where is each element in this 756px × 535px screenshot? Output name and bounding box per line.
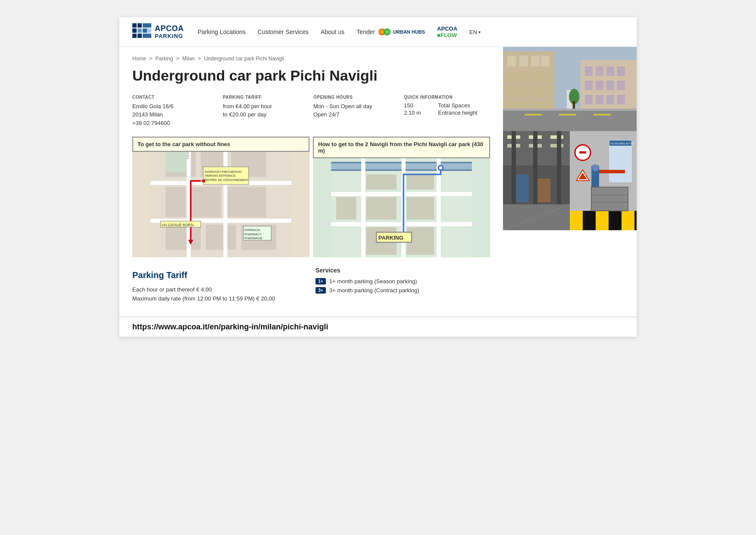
- tariff-line2: to €20.00 per day: [223, 111, 266, 118]
- svg-rect-72: [519, 56, 528, 66]
- nav-customer-services[interactable]: Customer Services: [258, 28, 309, 35]
- logo-parking-text: PARKING: [155, 33, 184, 39]
- service-badge-2: 3+: [316, 287, 326, 294]
- tariff-section-title: Parking Tariff: [132, 270, 307, 280]
- svg-rect-82: [541, 86, 550, 97]
- sidebar-photo-entrance: TICKET/BIGLIETTO: [570, 131, 637, 230]
- svg-point-64: [439, 166, 442, 169]
- breadcrumb-parking[interactable]: Parking: [156, 56, 173, 62]
- contact-address2: 20143 Milan: [132, 111, 163, 118]
- map2-label: How to get to the 2 Navigli from the Pic…: [313, 137, 490, 158]
- breadcrumb-sep1: >: [149, 56, 153, 62]
- svg-point-13: [380, 30, 384, 34]
- contact-label: CONTACT: [132, 95, 219, 100]
- svg-rect-94: [606, 81, 614, 90]
- services-title: Services: [316, 267, 490, 274]
- apcoa-flow-flow: ■FLOW: [437, 32, 457, 38]
- svg-text:FARMACIA: FARMACIA: [244, 229, 260, 232]
- svg-rect-102: [525, 114, 542, 116]
- site-header: APCOA PARKING Parking Locations Customer…: [119, 17, 637, 47]
- svg-rect-88: [585, 66, 593, 76]
- bottom-grid: Parking Tariff Each hour or part thereof…: [132, 267, 490, 303]
- breadcrumb-sep2: >: [176, 56, 181, 62]
- svg-rect-22: [226, 187, 266, 217]
- hours-section: OPENING HOURS Mon - Sun Open all day Ope…: [313, 95, 400, 128]
- svg-rect-121: [516, 174, 529, 202]
- tariff-detail-2: Maximum daily rate (from 12:00 PM to 11:…: [132, 294, 307, 303]
- svg-rect-92: [585, 81, 593, 90]
- svg-rect-108: [573, 101, 575, 109]
- svg-rect-73: [531, 56, 540, 66]
- service-badge-1: 1+: [316, 278, 326, 285]
- svg-text:VIA GIOSUÉ BORSI: VIA GIOSUÉ BORSI: [162, 223, 194, 227]
- left-panel: Home > Parking > Milan > Underground car…: [119, 47, 503, 316]
- hours-line2: Open 24/7: [313, 111, 340, 118]
- nav-apcoa-flow[interactable]: APCOA ■FLOW: [437, 25, 457, 38]
- contact-address1: Emilio Gola 16/6: [132, 103, 173, 110]
- svg-rect-77: [531, 71, 540, 81]
- breadcrumb-milan[interactable]: Milan: [182, 56, 195, 62]
- svg-rect-7: [147, 28, 151, 33]
- svg-rect-2: [143, 23, 147, 28]
- svg-rect-57: [406, 197, 434, 220]
- info-grid: CONTACT Emilio Gola 16/6 20143 Milan +39…: [132, 95, 490, 128]
- breadcrumb-sep3: >: [198, 56, 202, 62]
- page-title: Underground car park Pichi Navigli: [132, 67, 490, 84]
- services-section: Services 1+ 1+ month parking (Season par…: [316, 267, 490, 303]
- svg-rect-130: [579, 151, 586, 153]
- breadcrumb-current: Underground car park Pichi Navigli: [204, 56, 284, 62]
- svg-point-134: [592, 164, 599, 171]
- main-nav: Parking Locations Customer Services Abou…: [198, 25, 624, 38]
- main-content: Home > Parking > Milan > Underground car…: [119, 47, 637, 316]
- svg-rect-24: [206, 225, 236, 250]
- svg-rect-140: [591, 187, 628, 211]
- svg-rect-8: [132, 34, 137, 38]
- tariff-detail-1: Each hour or part thereof € 4,00: [132, 285, 307, 294]
- svg-rect-106: [566, 109, 574, 110]
- service-text-1: 1+ month parking (Season parking): [329, 278, 417, 285]
- map1-label: To get to the car park without fines: [132, 137, 309, 152]
- chevron-down-icon: ▾: [478, 30, 481, 34]
- svg-rect-80: [519, 86, 528, 97]
- svg-rect-1: [137, 23, 142, 28]
- svg-rect-76: [519, 71, 528, 81]
- svg-rect-75: [507, 71, 516, 81]
- urban-hubs-label: URBAN HUBS: [393, 29, 425, 34]
- svg-rect-55: [406, 175, 434, 190]
- tariff-label: PARKING TARIFF: [223, 95, 309, 100]
- svg-rect-71: [507, 56, 516, 66]
- svg-rect-137: [570, 211, 583, 230]
- height-num: 2.10 m: [404, 110, 434, 116]
- svg-rect-5: [137, 28, 142, 33]
- interior-photo-svg: [503, 131, 570, 230]
- svg-rect-122: [537, 178, 550, 202]
- svg-point-15: [385, 30, 389, 34]
- spaces-num: 150: [404, 102, 434, 109]
- tender-urban-hubs-icon: [378, 28, 390, 36]
- nav-about-us[interactable]: About us: [321, 28, 344, 35]
- tariff-details: Each hour or part thereof € 4,00 Maximum…: [132, 285, 307, 303]
- nav-parking-locations[interactable]: Parking Locations: [198, 28, 246, 35]
- svg-rect-10: [143, 34, 147, 38]
- svg-rect-58: [336, 197, 356, 220]
- height-label: Entrance height: [438, 110, 490, 116]
- svg-rect-11: [147, 34, 151, 38]
- svg-rect-21: [191, 187, 221, 217]
- svg-rect-9: [137, 34, 142, 38]
- breadcrumb-home[interactable]: Home: [132, 56, 146, 62]
- maps-area: To get to the car park without fines: [132, 137, 490, 257]
- nav-tender[interactable]: Tender URBAN HUBS: [356, 28, 425, 36]
- apcoa-flow-apcoa: APCOA: [437, 25, 457, 32]
- logo[interactable]: APCOA PARKING: [132, 23, 184, 41]
- sidebar-photo-street: [503, 47, 637, 131]
- spaces-label: Total Spaces: [438, 102, 490, 109]
- language-selector[interactable]: EN ▾: [469, 29, 481, 35]
- contact-section: CONTACT Emilio Gola 16/6 20143 Milan +39…: [132, 95, 219, 128]
- svg-rect-135: [599, 170, 625, 173]
- svg-rect-74: [541, 56, 550, 66]
- svg-text:PHARMACY: PHARMACY: [244, 233, 262, 236]
- svg-rect-98: [606, 95, 614, 104]
- svg-text:PHARMACIE: PHARMACIE: [244, 237, 262, 240]
- logo-icon: [132, 23, 151, 41]
- map-card-1: To get to the car park without fines: [132, 137, 309, 257]
